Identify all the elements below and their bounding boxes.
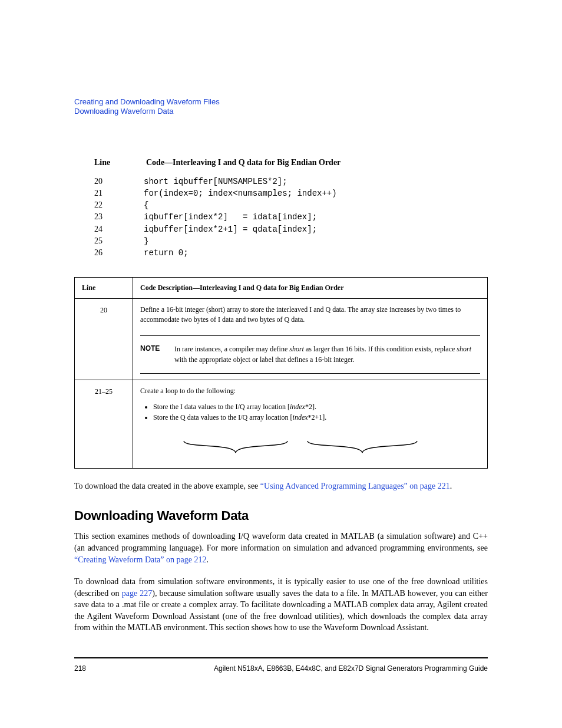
note-box: NOTE In rare instances, a compiler may d… [140,335,480,374]
page-footer: 218 Agilent N518xA, E8663B, E44x8C, and … [74,664,488,673]
code-header-line-label: Line [94,158,144,167]
link-page-227[interactable]: page 227 [122,589,153,598]
section-heading: Downloading Waveform Data [74,508,488,523]
table-head-desc: Code Description—Interleaving I and Q da… [133,277,488,298]
code-line: 24iqbuffer[index*2+1] = qdata[index]; [94,223,488,235]
paragraph: To download data from simulation softwar… [74,576,488,634]
desc-bullets: Store the I data values to the I/Q array… [140,401,480,423]
table-head-line: Line [75,277,133,298]
table-row-line: 20 [75,298,133,380]
table-row-desc: Define a 16-bit integer (short) array to… [133,298,488,380]
code-description-table: Line Code Description—Interleaving I and… [74,277,488,469]
running-header-line1: Creating and Downloading Waveform Files [74,97,488,107]
desc-lead: Create a loop to do the following: [140,386,480,396]
table-row: 20 Define a 16-bit integer (short) array… [75,298,488,380]
note-text: In rare instances, a compiler may define… [174,344,480,365]
code-header-title: Code—Interleaving I and Q data for Big E… [146,158,340,167]
desc-text: Define a 16-bit integer (short) array to… [140,305,480,325]
code-line: 26return 0; [94,247,488,259]
page-number: 218 [74,664,86,673]
note-label: NOTE [140,344,174,365]
code-line: 23iqbuffer[index*2] = idata[index]; [94,211,488,223]
code-line: 20short iqbuffer[NUMSAMPLES*2]; [94,176,488,187]
code-line: 25} [94,235,488,247]
table-row-desc: Create a loop to do the following: Store… [133,380,488,469]
footer-rule [74,657,488,658]
code-listing: 20short iqbuffer[NUMSAMPLES*2]; 21for(in… [94,176,488,259]
link-creating-waveform-data[interactable]: “Creating Waveform Data” on page 212 [74,555,206,564]
paragraph: To download the data created in the abov… [74,480,488,492]
running-header: Creating and Downloading Waveform Files … [74,97,488,117]
curly-braces-icon [166,440,437,456]
list-item: Store the I data values to the I/Q array… [153,401,480,413]
link-advanced-languages[interactable]: “Using Advanced Programming Languages” o… [260,482,450,490]
list-item: Store the Q data values to the I/Q array… [153,412,480,423]
code-line: 21for(index=0; index<numsamples; index++… [94,187,488,199]
paragraph: This section examines methods of downloa… [74,531,488,565]
table-row-line: 21–25 [75,380,133,469]
table-row: 21–25 Create a loop to do the following:… [75,380,488,469]
running-header-line2: Downloading Waveform Data [74,107,488,116]
brace-diagram [140,440,480,456]
code-line: 22{ [94,199,488,211]
footer-title: Agilent N518xA, E8663B, E44x8C, and E82x… [214,664,488,673]
code-listing-header: Line Code—Interleaving I and Q data for … [94,157,488,167]
